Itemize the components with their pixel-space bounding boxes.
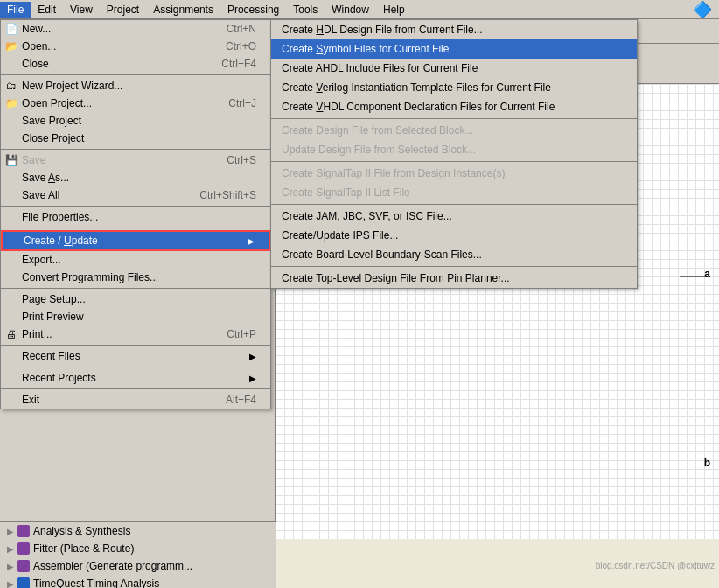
menu-item-save-project[interactable]: Save Project xyxy=(1,112,270,130)
menu-item-recent-projects[interactable]: Recent Projects ▶ xyxy=(1,369,270,387)
submenu-create-symbol[interactable]: Create Symbol Files for Current File xyxy=(271,39,637,59)
menu-window[interactable]: Window xyxy=(325,2,376,18)
menu-exit-shortcut: Alt+F4 xyxy=(226,394,256,406)
file-menu-dropdown: 📄 New... Ctrl+N 📂 Open... Ctrl+O Close C… xyxy=(0,19,271,410)
menu-save-label: Save xyxy=(22,154,45,166)
task-arrow-fitter: ▶ xyxy=(7,544,14,554)
task-item-timequest[interactable]: ▶ TimeQuest Timing Analysis xyxy=(0,575,276,588)
menu-recent-files-label: Recent Files xyxy=(22,350,80,362)
menu-save-project-label: Save Project xyxy=(22,115,81,127)
submenu-create-top-level-label: Create Top-Level Design File From Pin Pl… xyxy=(282,272,510,284)
menu-file[interactable]: File xyxy=(0,2,31,18)
menu-save-as-label: Save As... xyxy=(22,172,69,184)
task-item-analysis[interactable]: ▶ Analysis & Synthesis xyxy=(0,522,276,540)
menu-recent-projects-label: Recent Projects xyxy=(22,372,96,384)
menu-save-shortcut: Ctrl+S xyxy=(227,154,256,166)
menu-item-new[interactable]: 📄 New... Ctrl+N xyxy=(1,20,270,38)
task-arrow-assembler: ▶ xyxy=(7,562,14,571)
menu-item-open-project[interactable]: 📁 Open Project... Ctrl+J xyxy=(1,94,270,112)
sep5 xyxy=(1,288,270,289)
submenu-sep2 xyxy=(271,161,637,162)
menu-print-shortcut: Ctrl+P xyxy=(227,328,256,340)
print-icon: 🖨 xyxy=(4,327,18,341)
submenu-create-verilog-label: Create Verilog Instantiation Template Fi… xyxy=(282,81,551,94)
new-file-icon: 📄 xyxy=(4,22,18,36)
sep6 xyxy=(1,345,270,346)
submenu-update-design-block-label: Update Design File from Selected Block..… xyxy=(282,144,476,156)
submenu-create-board[interactable]: Create Board-Level Boundary-Scan Files..… xyxy=(271,245,637,264)
submenu-create-vhdl-label: Create VHDL Component Declaration Files … xyxy=(282,101,555,113)
menu-item-save[interactable]: 💾 Save Ctrl+S xyxy=(1,151,270,169)
menu-project[interactable]: Project xyxy=(100,2,146,18)
open-file-icon: 📂 xyxy=(4,39,18,53)
menu-view[interactable]: View xyxy=(63,2,100,18)
quartus-logo-icon: 🔷 xyxy=(693,0,712,19)
menu-item-new-project[interactable]: 🗂 New Project Wizard... xyxy=(1,77,270,94)
menu-processing[interactable]: Processing xyxy=(220,2,286,18)
submenu-create-ips[interactable]: Create/Update IPS File... xyxy=(271,226,637,245)
submenu-create-ahdl[interactable]: Create AHDL Include Files for Current Fi… xyxy=(271,59,637,78)
task-icon-timequest xyxy=(17,578,30,588)
menu-item-page-setup[interactable]: Page Setup... xyxy=(1,290,270,308)
canvas-wire-a xyxy=(680,268,710,280)
menu-item-recent-files[interactable]: Recent Files ▶ xyxy=(1,347,270,365)
canvas-label-b: b xyxy=(704,457,710,469)
submenu-create-verilog[interactable]: Create Verilog Instantiation Template Fi… xyxy=(271,78,637,97)
task-arrow-timequest: ▶ xyxy=(7,579,14,589)
menu-item-close[interactable]: Close Ctrl+F4 xyxy=(1,55,270,73)
menu-help[interactable]: Help xyxy=(376,2,412,18)
task-icon-analysis xyxy=(17,525,30,537)
menu-item-convert[interactable]: Convert Programming Files... xyxy=(1,269,270,286)
watermark: blog.csdn.net/CSDN @cxjtuwz xyxy=(596,561,715,570)
menu-page-setup-label: Page Setup... xyxy=(22,293,86,305)
menu-create-update-label: Create / Update xyxy=(24,234,98,247)
task-item-fitter[interactable]: ▶ Fitter (Place & Route) xyxy=(0,540,276,557)
submenu-update-design-block[interactable]: Update Design File from Selected Block..… xyxy=(271,140,637,159)
recent-files-arrow: ▶ xyxy=(249,352,256,361)
menu-new-project-label: New Project Wizard... xyxy=(22,80,122,92)
menu-item-create-update[interactable]: Create / Update ▶ xyxy=(1,230,270,251)
submenu-create-board-label: Create Board-Level Boundary-Scan Files..… xyxy=(282,248,482,261)
task-icon-fitter xyxy=(17,542,30,555)
recent-projects-arrow: ▶ xyxy=(249,374,256,383)
task-item-assembler[interactable]: ▶ Assembler (Generate programm... xyxy=(0,557,276,575)
create-update-arrow: ▶ xyxy=(248,236,255,246)
sep8 xyxy=(1,388,270,389)
menu-item-open[interactable]: 📂 Open... Ctrl+O xyxy=(1,38,270,55)
menu-item-close-project[interactable]: Close Project xyxy=(1,130,270,147)
submenu-create-signaltap-list[interactable]: Create SignalTap II List File xyxy=(271,183,637,202)
menu-edit[interactable]: Edit xyxy=(31,2,63,18)
menu-file-props-label: File Properties... xyxy=(22,211,98,223)
menu-convert-label: Convert Programming Files... xyxy=(22,271,158,284)
menu-close-project-label: Close Project xyxy=(22,132,84,144)
menu-item-print-preview[interactable]: Print Preview xyxy=(1,308,270,326)
menu-new-shortcut: Ctrl+N xyxy=(227,23,256,35)
task-icon-assembler xyxy=(17,560,30,572)
menu-export-label: Export... xyxy=(22,254,61,266)
menu-item-save-all[interactable]: Save All Ctrl+Shift+S xyxy=(1,186,270,204)
menubar: File Edit View Project Assignments Proce… xyxy=(0,0,719,19)
menu-item-file-properties[interactable]: File Properties... xyxy=(1,208,270,226)
submenu-create-signaltap[interactable]: Create SignalTap II File from Design Ins… xyxy=(271,164,637,183)
submenu-create-top-level[interactable]: Create Top-Level Design File From Pin Pl… xyxy=(271,269,637,288)
submenu-create-hdl[interactable]: Create HDL Design File from Current File… xyxy=(271,20,637,39)
submenu-sep4 xyxy=(271,266,637,267)
menu-exit-label: Exit xyxy=(22,394,39,406)
menu-item-print[interactable]: 🖨 Print... Ctrl+P xyxy=(1,326,270,343)
submenu-create-design-block-label: Create Design File from Selected Block..… xyxy=(282,124,473,136)
submenu-create-ahdl-label: Create AHDL Include Files for Current Fi… xyxy=(282,62,478,74)
menu-assignments[interactable]: Assignments xyxy=(146,2,220,18)
menu-item-save-as[interactable]: Save As... xyxy=(1,169,270,186)
submenu-create-jam[interactable]: Create JAM, JBC, SVF, or ISC File... xyxy=(271,206,637,226)
open-project-icon: 📁 xyxy=(4,96,18,110)
menu-close-shortcut: Ctrl+F4 xyxy=(221,58,256,70)
submenu-create-design-block[interactable]: Create Design File from Selected Block..… xyxy=(271,121,637,140)
sep2 xyxy=(1,149,270,150)
sep1 xyxy=(1,74,270,75)
menu-tools[interactable]: Tools xyxy=(286,2,325,18)
menu-item-exit[interactable]: Exit Alt+F4 xyxy=(1,391,270,409)
submenu-create-symbol-label: Create Symbol Files for Current File xyxy=(282,43,449,55)
submenu-create-vhdl[interactable]: Create VHDL Component Declaration Files … xyxy=(271,97,637,116)
menu-item-export[interactable]: Export... xyxy=(1,251,270,269)
menu-open-project-label: Open Project... xyxy=(22,97,92,109)
